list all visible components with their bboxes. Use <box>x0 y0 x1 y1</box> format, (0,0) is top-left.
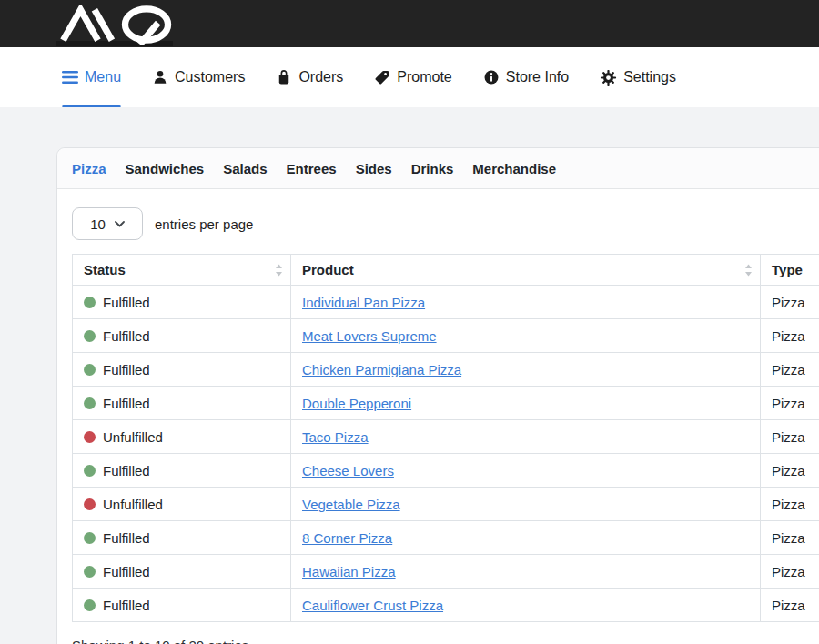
tab-pizza[interactable]: Pizza <box>72 161 106 176</box>
product-link[interactable]: Meat Lovers Supreme <box>302 328 437 344</box>
entries-per-page-row: 10 entries per page <box>72 207 819 240</box>
person-icon <box>152 69 168 86</box>
table-body: FulfilledIndividual Pan PizzaPizzaFulfil… <box>73 286 819 622</box>
aiq-logo-icon <box>58 5 182 45</box>
chevron-down-icon <box>115 221 125 227</box>
column-header-status[interactable]: Status <box>73 255 291 286</box>
tab-drinks[interactable]: Drinks <box>411 161 454 176</box>
nav-label: Customers <box>175 69 245 86</box>
column-header-product[interactable]: Product <box>291 255 761 286</box>
product-cell: Individual Pan Pizza <box>291 286 761 319</box>
status-label: Unfulfilled <box>103 497 163 512</box>
category-tabs: PizzaSandwichesSaladsEntreesSidesDrinksM… <box>57 148 819 189</box>
type-label: Pizza <box>772 598 805 613</box>
active-nav-underline <box>62 105 121 107</box>
status-label: Fulfilled <box>103 530 150 546</box>
type-cell: Pizza <box>761 589 819 622</box>
page-size-value: 10 <box>90 216 106 232</box>
nav-item-orders[interactable]: Orders <box>276 47 343 107</box>
product-cell: 8 Corner Pizza <box>291 521 761 555</box>
status-label: Fulfilled <box>103 295 150 310</box>
tab-entrees[interactable]: Entrees <box>287 161 337 176</box>
tab-merchandise[interactable]: Merchandise <box>472 161 556 176</box>
entries-per-page-label: entries per page <box>155 216 253 232</box>
nav-item-promote[interactable]: Promote <box>374 47 451 107</box>
status-cell: Fulfilled <box>73 387 291 420</box>
bag-icon <box>276 69 292 86</box>
type-cell: Pizza <box>761 454 819 488</box>
type-cell: Pizza <box>761 319 819 353</box>
product-cell: Cheese Lovers <box>291 454 761 488</box>
status-label: Fulfilled <box>103 362 150 377</box>
status-dot <box>84 364 96 376</box>
column-label: Type <box>772 262 803 277</box>
product-link[interactable]: Taco Pizza <box>302 429 369 445</box>
type-cell: Pizza <box>761 420 819 454</box>
type-label: Pizza <box>772 530 805 546</box>
gear-icon <box>600 69 617 86</box>
tab-sandwiches[interactable]: Sandwiches <box>126 161 205 176</box>
table-row: FulfilledMeat Lovers SupremePizza <box>73 319 819 353</box>
product-cell: Meat Lovers Supreme <box>291 319 761 353</box>
tab-salads[interactable]: Salads <box>223 161 267 176</box>
status-label: Fulfilled <box>103 598 150 613</box>
status-label: Fulfilled <box>103 564 150 579</box>
main-nav: Menu Customers Orders Promote Store I <box>0 47 819 107</box>
type-cell: Pizza <box>761 286 819 319</box>
nav-label: Orders <box>298 69 343 86</box>
table-row: FulfilledHawaiian PizzaPizza <box>73 555 819 589</box>
top-header-bar <box>0 0 819 47</box>
column-header-type: Type <box>761 255 819 286</box>
type-label: Pizza <box>772 328 805 344</box>
status-dot <box>84 397 96 409</box>
tab-sides[interactable]: Sides <box>356 161 392 176</box>
status-cell: Fulfilled <box>73 353 291 387</box>
product-cell: Vegetable Pizza <box>291 488 761 521</box>
status-dot <box>84 297 96 308</box>
nav-label: Menu <box>85 69 121 86</box>
product-link[interactable]: Cheese Lovers <box>302 463 394 478</box>
status-label: Fulfilled <box>103 463 150 478</box>
status-dot <box>84 330 96 342</box>
table-row: UnfulfilledVegetable PizzaPizza <box>73 488 819 521</box>
product-link[interactable]: Individual Pan Pizza <box>302 295 425 310</box>
status-dot <box>84 498 96 510</box>
nav-item-menu[interactable]: Menu <box>62 47 121 107</box>
products-table: StatusProductType FulfilledIndividual Pa… <box>72 254 819 622</box>
product-link[interactable]: Hawaiian Pizza <box>302 564 396 579</box>
status-dot <box>84 431 96 443</box>
status-cell: Fulfilled <box>73 555 291 589</box>
product-link[interactable]: Double Pepperoni <box>302 396 411 411</box>
product-link[interactable]: Vegetable Pizza <box>302 497 400 512</box>
info-icon <box>483 69 500 86</box>
column-label: Status <box>84 262 126 277</box>
menu-card: PizzaSandwichesSaladsEntreesSidesDrinksM… <box>56 147 819 644</box>
product-cell: Chicken Parmigiana Pizza <box>291 353 761 387</box>
aiq-logo[interactable] <box>58 5 182 45</box>
type-label: Pizza <box>772 564 805 579</box>
type-cell: Pizza <box>761 488 819 521</box>
nav-item-settings[interactable]: Settings <box>600 47 676 107</box>
table-row: FulfilledIndividual Pan PizzaPizza <box>73 286 819 319</box>
nav-item-store-info[interactable]: Store Info <box>483 47 569 107</box>
type-cell: Pizza <box>761 555 819 589</box>
product-cell: Hawaiian Pizza <box>291 555 761 589</box>
product-link[interactable]: Cauliflower Crust Pizza <box>302 598 443 613</box>
status-cell: Fulfilled <box>73 521 291 555</box>
product-link[interactable]: 8 Corner Pizza <box>302 530 392 546</box>
table-summary: Showing 1 to 10 of 20 entries <box>72 638 819 644</box>
hamburger-icon <box>62 70 78 85</box>
table-header-row: StatusProductType <box>73 255 819 286</box>
type-label: Pizza <box>772 295 805 310</box>
nav-item-customers[interactable]: Customers <box>152 47 245 107</box>
status-label: Fulfilled <box>103 396 150 411</box>
sort-icon[interactable] <box>744 263 753 277</box>
sort-icon[interactable] <box>275 263 283 277</box>
status-cell: Unfulfilled <box>73 420 291 454</box>
page-size-select[interactable]: 10 <box>72 207 143 240</box>
type-label: Pizza <box>772 463 805 478</box>
type-label: Pizza <box>772 362 805 377</box>
table-row: FulfilledCheese LoversPizza <box>73 454 819 488</box>
product-link[interactable]: Chicken Parmigiana Pizza <box>302 362 461 377</box>
status-dot <box>84 599 96 611</box>
